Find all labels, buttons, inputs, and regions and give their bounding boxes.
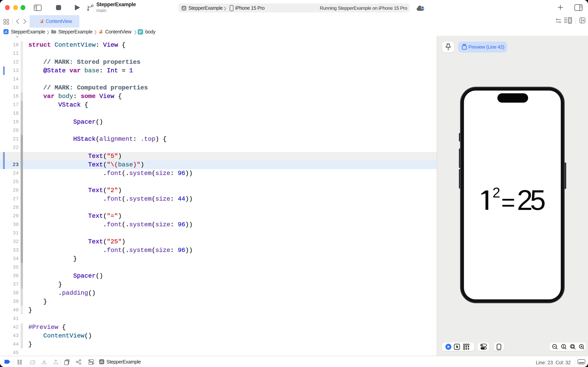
svg-text:1: 1 bbox=[563, 345, 564, 348]
